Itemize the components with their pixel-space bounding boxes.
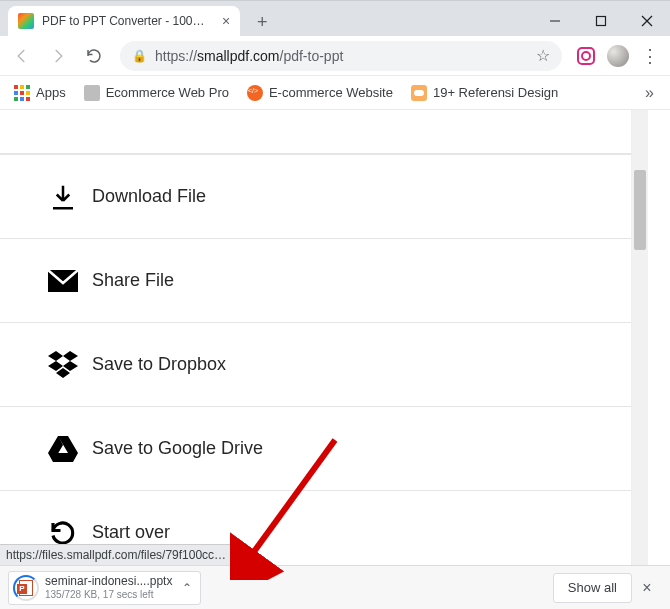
reload-button[interactable] (78, 40, 110, 72)
vertical-scrollbar[interactable] (632, 110, 648, 565)
maximize-button[interactable] (578, 6, 624, 36)
download-progress-icon (13, 575, 39, 601)
close-downloads-bar-icon[interactable]: × (632, 579, 662, 597)
show-all-downloads-button[interactable]: Show all (553, 573, 632, 603)
bookmark-favicon (84, 85, 100, 101)
browser-toolbar: 🔒 https://smallpdf.com/pdf-to-ppt ☆ ⋮ (0, 36, 670, 76)
svg-rect-1 (597, 17, 606, 26)
chrome-menu-button[interactable]: ⋮ (636, 42, 664, 70)
dropbox-icon (48, 351, 92, 379)
close-tab-icon[interactable]: × (222, 13, 230, 29)
page-viewport: Download File Share File Save to Dropbox… (0, 110, 670, 565)
new-tab-button[interactable]: + (248, 8, 276, 36)
bookmark-star-icon[interactable]: ☆ (536, 46, 550, 65)
download-status: 135/728 KB, 17 secs left (45, 589, 172, 600)
download-item[interactable]: seminar-indonesi....pptx 135/728 KB, 17 … (8, 571, 201, 605)
page-content: Download File Share File Save to Dropbox… (0, 110, 632, 565)
bookmark-favicon (411, 85, 427, 101)
undo-icon (48, 518, 92, 548)
share-file-action[interactable]: Share File (0, 238, 631, 322)
tab-title: PDF to PPT Converter - 100% Fre (42, 14, 212, 28)
minimize-button[interactable] (532, 6, 578, 36)
back-button[interactable] (6, 40, 38, 72)
profile-avatar[interactable] (604, 42, 632, 70)
lock-icon: 🔒 (132, 49, 147, 63)
close-window-button[interactable] (624, 6, 670, 36)
bookmark-favicon (247, 85, 263, 101)
download-file-action[interactable]: Download File (0, 154, 631, 238)
browser-titlebar: PDF to PPT Converter - 100% Fre × + (0, 0, 670, 36)
tab-favicon (18, 13, 34, 29)
forward-button[interactable] (42, 40, 74, 72)
download-icon (48, 182, 92, 212)
envelope-icon (48, 270, 92, 292)
bookmark-item[interactable]: E-commerce Website (241, 81, 399, 105)
window-controls (532, 6, 670, 36)
apps-shortcut[interactable]: Apps (8, 81, 72, 105)
bookmarks-bar: Apps Ecommerce Web Pro E-commerce Websit… (0, 76, 670, 110)
apps-icon (14, 85, 30, 101)
link-hover-url: https://files.smallpdf.com/files/79f100c… (0, 544, 233, 565)
download-filename: seminar-indonesi....pptx (45, 575, 172, 588)
pptx-file-icon (19, 580, 33, 596)
chevron-up-icon[interactable]: ⌃ (178, 581, 192, 595)
scrollbar-thumb[interactable] (634, 170, 646, 250)
downloads-bar: seminar-indonesi....pptx 135/728 KB, 17 … (0, 565, 670, 609)
save-gdrive-action[interactable]: Save to Google Drive (0, 406, 631, 490)
bookmarks-overflow-icon[interactable]: » (637, 84, 662, 102)
url-text: https://smallpdf.com/pdf-to-ppt (155, 48, 528, 64)
save-dropbox-action[interactable]: Save to Dropbox (0, 322, 631, 406)
google-drive-icon (48, 436, 92, 462)
bookmark-item[interactable]: 19+ Referensi Design (405, 81, 564, 105)
bookmark-item[interactable]: Ecommerce Web Pro (78, 81, 235, 105)
address-bar[interactable]: 🔒 https://smallpdf.com/pdf-to-ppt ☆ (120, 41, 562, 71)
instagram-extension-icon[interactable] (572, 42, 600, 70)
browser-tab[interactable]: PDF to PPT Converter - 100% Fre × (8, 6, 240, 36)
